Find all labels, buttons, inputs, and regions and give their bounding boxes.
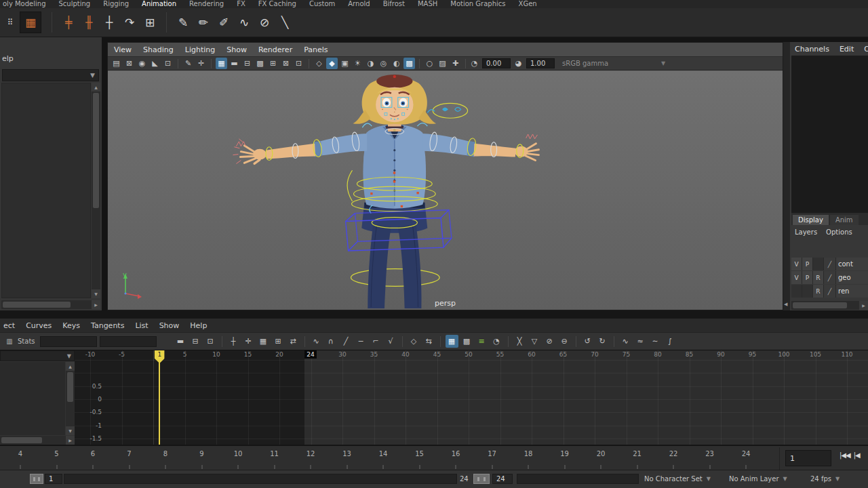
simplify-curve-icon[interactable]: ∼ xyxy=(649,335,662,348)
gamma-icon[interactable]: ◕ xyxy=(513,58,524,69)
playback-start-field[interactable]: 1 xyxy=(45,474,62,484)
resample-curve-icon[interactable]: ∫ xyxy=(664,335,677,348)
graph-editor-menu-ect[interactable]: ect xyxy=(3,321,15,330)
swap-buffer-icon[interactable]: ⇆ xyxy=(422,335,435,348)
grid-icon[interactable]: ▦ xyxy=(216,58,227,69)
horizontal-scrollbar[interactable]: ▶ xyxy=(1,300,100,309)
bookmark-icon[interactable]: ◣ xyxy=(149,58,161,69)
left-arm[interactable] xyxy=(240,134,367,163)
face-control-panel[interactable] xyxy=(427,103,467,118)
viewport-canvas[interactable]: y persp xyxy=(108,71,783,310)
scroll-thumb[interactable] xyxy=(67,372,73,402)
colorspace-dropdown[interactable]: sRGB gamma ▼ xyxy=(562,60,665,67)
layer-render-toggle[interactable]: R xyxy=(813,271,824,284)
insert-key-icon[interactable]: ┼ xyxy=(99,12,119,33)
menu-rigging[interactable]: Rigging xyxy=(103,0,129,8)
rough-curve-icon[interactable]: ≈ xyxy=(634,335,647,348)
smooth-curve-icon[interactable]: ∿ xyxy=(619,335,632,348)
graph-editor-menu-keys[interactable]: Keys xyxy=(62,321,80,330)
exposure-field[interactable]: 0.00 xyxy=(482,58,511,68)
exposure-icon[interactable]: ◔ xyxy=(469,58,480,69)
menu-custom[interactable]: Custom xyxy=(309,0,335,8)
shirt[interactable] xyxy=(363,125,427,209)
scroll-thumb[interactable] xyxy=(3,302,71,308)
panel-divider[interactable]: ◀ xyxy=(783,42,790,310)
horizontal-scrollbar[interactable]: ▶ xyxy=(791,301,868,310)
set-driven-key-icon[interactable]: ✎ xyxy=(173,12,193,33)
region-keys-icon[interactable]: ⊞ xyxy=(272,335,285,348)
scroll-down-icon[interactable]: ▼ xyxy=(92,289,100,298)
range-start-handle[interactable] xyxy=(30,474,43,484)
graph-editor-menu-list[interactable]: List xyxy=(135,321,148,330)
layer-name[interactable]: ren xyxy=(836,285,868,298)
outliner-filter-dropdown[interactable]: ▼ xyxy=(0,350,75,361)
edit-curve-icon[interactable]: ∿ xyxy=(234,12,254,33)
anti-alias-icon[interactable]: ▩ xyxy=(403,58,415,69)
menu-arnold[interactable]: Arnold xyxy=(348,0,370,8)
time-snap-icon[interactable]: ▦ xyxy=(446,335,458,348)
layer-visibility-toggle[interactable]: V xyxy=(791,271,802,284)
break-tangents-icon[interactable]: ╳ xyxy=(513,335,526,348)
menu-sculpting[interactable]: Sculpting xyxy=(58,0,90,8)
viewport-menu-renderer[interactable]: Renderer xyxy=(258,45,292,54)
playback-end-field[interactable]: 24 xyxy=(492,474,513,484)
scroll-thumb[interactable] xyxy=(1,437,42,443)
filter-dropdown[interactable]: ▼ xyxy=(2,69,99,81)
stats-value-field[interactable] xyxy=(100,336,157,347)
image-plane-icon[interactable]: ⊡ xyxy=(162,58,174,69)
add-keys-icon[interactable]: ✛ xyxy=(242,335,255,348)
anim-layer-dropdown[interactable]: No Anim Layer ▼ xyxy=(729,475,787,483)
resolution-gate-icon[interactable]: ⊟ xyxy=(241,58,253,69)
lock-tangent-weight-icon[interactable]: ⊖ xyxy=(558,335,571,348)
shaded-icon[interactable]: ◆ xyxy=(326,58,338,69)
film-gate-icon[interactable]: ▬ xyxy=(229,58,240,69)
pan-zoom-icon[interactable]: ✛ xyxy=(195,58,207,69)
safe-action-icon[interactable]: ⊠ xyxy=(280,58,292,69)
layer-render-toggle[interactable] xyxy=(813,258,824,270)
menu-rendering[interactable]: Rendering xyxy=(189,0,224,8)
scroll-thumb[interactable] xyxy=(793,302,847,308)
layer-visibility-toggle[interactable]: V xyxy=(791,258,802,270)
occlusion-icon[interactable]: ◎ xyxy=(378,58,389,69)
stacked-curves-icon[interactable]: ≡ xyxy=(475,335,488,348)
viewport-menu-lighting[interactable]: Lighting xyxy=(185,45,215,54)
scroll-thumb[interactable] xyxy=(93,93,99,208)
gate-mask-icon[interactable]: ▩ xyxy=(254,58,266,69)
xray-icon[interactable]: ▨ xyxy=(437,58,448,69)
layer-playback-toggle[interactable]: P xyxy=(802,271,813,284)
tab-display[interactable]: Display xyxy=(793,215,829,225)
grease-pencil-icon[interactable]: ✎ xyxy=(182,58,194,69)
buffer-snapshot-icon[interactable]: ◇ xyxy=(408,335,420,348)
fps-dropdown[interactable]: 24 fps ▼ xyxy=(810,475,840,483)
current-frame-field[interactable]: 1 xyxy=(785,450,831,466)
grease-pencil-icon[interactable]: ✐ xyxy=(214,12,234,33)
frame-all-icon[interactable]: ▬ xyxy=(174,335,187,348)
stats-time-field[interactable] xyxy=(40,336,97,347)
clamped-tangent-icon[interactable]: ∩ xyxy=(325,335,338,348)
character-set-dropdown[interactable]: No Character Set ▼ xyxy=(644,475,711,483)
scroll-up-icon[interactable]: ▲ xyxy=(92,83,100,92)
camera-attributes-icon[interactable]: ◉ xyxy=(136,58,148,69)
horizontal-scrollbar[interactable]: ▶ xyxy=(0,436,75,445)
layer-name[interactable]: cont xyxy=(836,258,868,270)
camera-lock-icon[interactable]: ⊠ xyxy=(123,58,135,69)
menu-bifrost[interactable]: Bifrost xyxy=(383,0,405,8)
field-chart-icon[interactable]: ⊞ xyxy=(267,58,279,69)
center-current-time-icon[interactable]: ⊡ xyxy=(204,335,217,348)
step-back-button[interactable]: |◀ xyxy=(854,451,860,459)
value-snap-icon[interactable]: ▩ xyxy=(460,335,473,348)
layer-menu-layers[interactable]: Layers xyxy=(795,228,817,236)
range-slider-track-right[interactable] xyxy=(517,474,639,484)
shelf-grid-icon[interactable]: ▦ xyxy=(20,12,41,33)
graph-editor-menu-help[interactable]: Help xyxy=(190,321,207,330)
scroll-down-icon[interactable]: ▼ xyxy=(66,426,75,435)
curve-graph-area[interactable]: -10-551015203035404550556065707580859095… xyxy=(75,350,868,445)
retime-tool-icon[interactable]: ⇄ xyxy=(287,335,300,348)
safe-title-icon[interactable]: ⊡ xyxy=(293,58,304,69)
set-key-options-icon[interactable]: ╫ xyxy=(79,12,99,33)
lattice-deform-keys-icon[interactable]: ▦ xyxy=(257,335,270,348)
flat-tangent-icon[interactable]: ─ xyxy=(355,335,368,348)
menu-oly-modeling[interactable]: oly Modeling xyxy=(3,0,45,8)
lighting-icon[interactable]: ☀ xyxy=(352,58,363,69)
linear-tangent-icon[interactable]: ╱ xyxy=(340,335,353,348)
